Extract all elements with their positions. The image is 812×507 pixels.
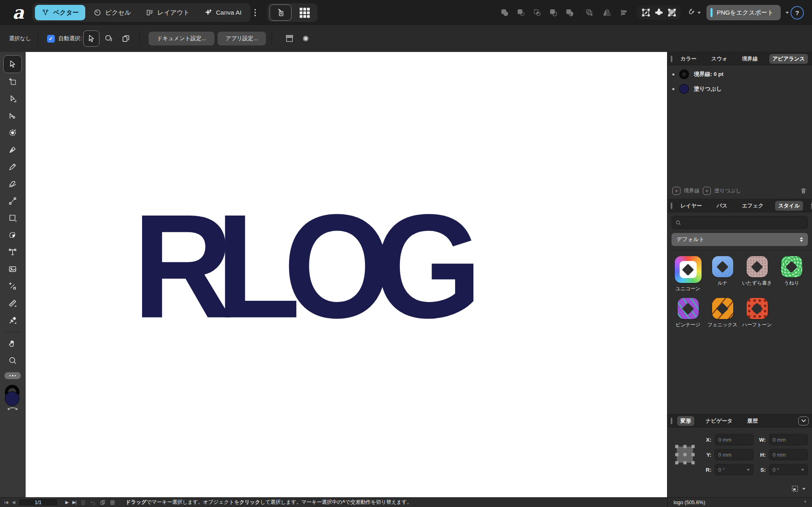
tab-スウォ[interactable]: スウォ [708,54,731,64]
export-chevron-icon[interactable] [786,12,789,14]
transform-input-Y[interactable]: 0 mm [715,449,754,460]
cursor-select-button[interactable] [83,30,99,47]
transform-input-R[interactable]: 0 ° [715,464,754,475]
style-category-dropdown[interactable]: デフォルト [672,233,808,246]
select-object-mode-icon[interactable] [641,8,650,17]
swap-colors-icon[interactable] [6,407,19,411]
style-thumbnail[interactable] [747,256,768,277]
chevron-down-icon[interactable] [801,469,804,470]
document-canvas[interactable]: RLOG [26,52,667,498]
tab-ナビゲータ[interactable]: ナビゲータ [702,416,736,426]
anchor-point-selector[interactable] [673,434,697,475]
select-node-mode-icon[interactable] [654,8,663,17]
add-stroke-icon[interactable]: + [672,187,680,195]
persona-tab-ベクター[interactable]: ベクター [35,5,85,20]
snapping-chevron-icon[interactable] [698,12,701,14]
fill-row[interactable]: 塗りつぶし [667,80,812,95]
visibility-dot[interactable] [672,88,674,90]
measure-tool-button[interactable] [3,295,22,312]
more-tools-button[interactable] [4,372,21,379]
style-item-ルナ[interactable]: ルナ [705,256,740,292]
style-item-ビンテージ[interactable]: ビンテージ [671,298,705,328]
document-settings-button[interactable]: ドキュメント設定... [149,32,214,45]
transform-origin-icon[interactable] [791,485,799,493]
page-details-icon[interactable] [110,500,115,505]
color-picker-tool-button[interactable] [3,312,22,329]
more-options-icon[interactable] [251,9,262,16]
style-thumbnail[interactable] [781,256,802,277]
style-thumbnail[interactable] [712,298,733,319]
style-item-いたずら書き[interactable]: いたずら書き [740,256,774,292]
rectangle-tool-button[interactable] [3,209,22,227]
panel-drag-handle[interactable] [671,56,672,62]
style-item-ハーフトーン[interactable]: ハーフトーン [740,298,774,328]
zoom-tool-button[interactable] [3,352,22,369]
fill-color-swatch[interactable] [5,391,19,406]
panel-collapse-button[interactable] [798,416,809,425]
transform-input-S[interactable]: 0 ° [769,464,808,475]
context-toolbar-toggle-button[interactable]: A [270,4,292,21]
stroke-row[interactable]: 境界線: 0 pt [667,65,812,80]
select-copies-button[interactable] [118,31,134,46]
selection-brush-tool-button[interactable] [3,124,22,141]
pencil-tool-button[interactable] [3,158,22,175]
vector-brush-tool-button[interactable] [3,175,22,192]
app-settings-button[interactable]: アプリ設定... [218,32,266,45]
vector-crop-tool-button[interactable] [3,227,22,244]
panel-drag-handle[interactable] [671,418,672,424]
undo-page-icon[interactable] [90,500,96,505]
tab-スタイル[interactable]: スタイル [775,201,803,211]
first-page-icon[interactable]: |◀ [4,500,8,505]
boolean-xor-icon[interactable] [549,8,558,17]
next-page-icon[interactable]: ▶ [65,500,68,505]
tab-履歴[interactable]: 履歴 [744,416,761,426]
transform-input-H[interactable]: 0 mm [769,449,808,460]
chevron-down-icon[interactable] [747,469,750,470]
persona-tab-レイアウト[interactable]: レイアウト [139,5,196,20]
tab-パス[interactable]: パス [713,201,731,211]
snapping-magnet-icon[interactable] [685,6,697,19]
page-list-icon[interactable] [80,500,86,505]
mirror-icon[interactable] [603,8,611,17]
trash-icon[interactable] [800,187,807,194]
tab-エフェク[interactable]: エフェク [739,201,767,211]
gear-icon[interactable] [301,34,310,43]
add-page-icon[interactable] [100,500,106,505]
style-item-うねり[interactable]: うねり [774,256,809,292]
style-thumbnail[interactable] [747,298,768,319]
style-thumbnail[interactable] [712,256,733,277]
transform-options-chevron-icon[interactable] [802,488,806,490]
point-transform-tool-button[interactable] [3,192,22,209]
stroke-swatch[interactable] [679,69,689,79]
boolean-subtract-icon[interactable] [516,8,525,17]
transform-input-W[interactable]: 0 mm [769,434,808,445]
tab-カラー[interactable]: カラー [677,54,700,64]
frame-text-tool-button[interactable] [3,244,22,261]
style-search-input[interactable] [684,219,804,226]
view-tool-button[interactable] [3,335,22,352]
alignment-icon[interactable] [620,8,629,17]
pen-tool-button[interactable] [3,141,22,158]
previous-page-icon[interactable]: ◀ [12,500,15,505]
tab-アピアランス[interactable]: アピアランス [769,54,808,64]
select-same-button[interactable] [101,31,117,46]
style-item-ユニコーン[interactable]: ユニコーン [671,256,705,292]
boolean-divide-icon[interactable] [565,8,574,17]
transform-input-X[interactable]: 0 mm [715,434,754,445]
place-image-tool-button[interactable] [3,261,22,278]
tab-変形[interactable]: 変形 [677,416,694,426]
panel-drag-handle[interactable] [671,203,672,209]
artboard-tool-button[interactable] [3,73,22,90]
marquee-settings-icon[interactable] [285,34,294,43]
logo-artwork[interactable]: RLOG [133,192,465,340]
boolean-add-icon[interactable] [500,8,509,17]
node-tool-button[interactable] [3,90,22,107]
move-tool-button[interactable] [3,55,22,73]
help-button[interactable]: ? [790,6,804,19]
select-crop-mode-icon[interactable] [667,8,676,17]
power-duplicate-icon[interactable] [585,8,594,17]
fill-swatch[interactable] [679,84,689,94]
studio-grid-toggle-button[interactable] [294,5,315,20]
persona-tab-Canva AI[interactable]: Canva AI [198,5,248,20]
style-thumbnail[interactable] [675,256,702,283]
